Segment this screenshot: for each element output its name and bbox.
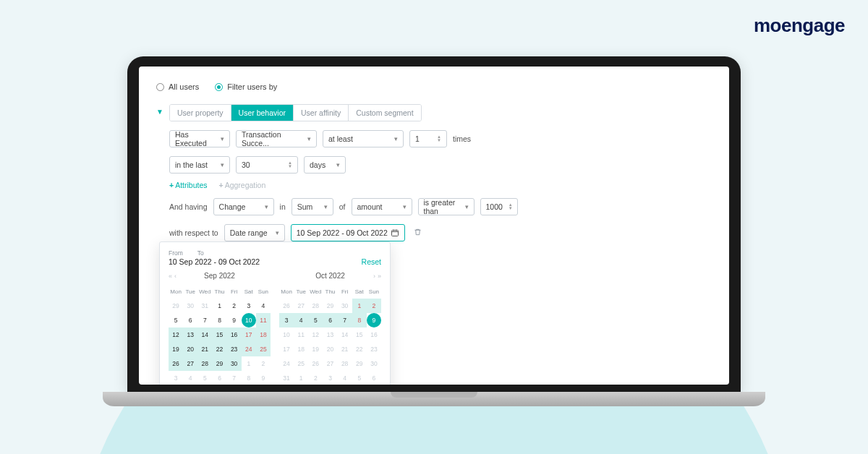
- calendar-day[interactable]: 15: [212, 327, 226, 342]
- calendar-day[interactable]: 28: [308, 299, 323, 313]
- next-year-icon[interactable]: »: [378, 273, 381, 280]
- calendar-day[interactable]: 16: [367, 327, 381, 342]
- calendar-day[interactable]: 29: [352, 356, 367, 371]
- calendar-day[interactable]: 11: [294, 327, 308, 342]
- calendar-day[interactable]: 10: [279, 327, 294, 342]
- calendar-day[interactable]: 26: [308, 356, 323, 371]
- calendar-day[interactable]: 6: [323, 313, 337, 327]
- calendar-day[interactable]: 13: [183, 327, 197, 342]
- calendar-day[interactable]: 6: [212, 371, 226, 385]
- calendar-day[interactable]: 13: [323, 327, 337, 342]
- calendar-day[interactable]: 9: [367, 313, 381, 327]
- calendar-day[interactable]: 4: [183, 371, 197, 385]
- calendar-day[interactable]: 19: [308, 342, 323, 356]
- calendar-day[interactable]: 29: [212, 356, 226, 371]
- tab-user-property[interactable]: User property: [170, 105, 231, 121]
- input-threshold[interactable]: 1000 ▲▼: [480, 198, 518, 215]
- calendar-day[interactable]: 30: [227, 356, 242, 371]
- calendar-day[interactable]: 5: [169, 313, 183, 327]
- calendar-day[interactable]: 7: [197, 313, 212, 327]
- calendar-day[interactable]: 29: [169, 299, 183, 313]
- calendar-day[interactable]: 3: [242, 299, 256, 313]
- calendar-day[interactable]: 19: [169, 342, 183, 356]
- select-timeframe[interactable]: in the last ▾: [169, 156, 230, 174]
- calendar-day[interactable]: 20: [183, 342, 197, 356]
- prev-year-icon[interactable]: «: [169, 273, 172, 280]
- radio-filter-users[interactable]: Filter users by: [215, 82, 277, 91]
- calendar-day[interactable]: 3: [279, 313, 294, 327]
- calendar-day[interactable]: 18: [294, 342, 308, 356]
- select-event[interactable]: Transaction Succe... ▾: [236, 130, 317, 147]
- select-change[interactable]: Change ▾: [213, 198, 274, 215]
- calendar-day[interactable]: 23: [367, 342, 381, 356]
- calendar-day[interactable]: 23: [227, 342, 242, 356]
- calendar-day[interactable]: 3: [323, 371, 337, 385]
- calendar-day[interactable]: 27: [183, 356, 197, 371]
- calendar-day[interactable]: 12: [169, 327, 183, 342]
- calendar-day[interactable]: 31: [197, 299, 212, 313]
- calendar-day[interactable]: 27: [323, 356, 337, 371]
- select-field[interactable]: amount ▾: [352, 198, 412, 215]
- calendar-day[interactable]: 30: [367, 356, 381, 371]
- calendar-day[interactable]: 24: [242, 342, 256, 356]
- calendar-day[interactable]: 14: [197, 327, 212, 342]
- input-count[interactable]: 1 ▲▼: [409, 130, 447, 147]
- calendar-day[interactable]: 29: [323, 299, 337, 313]
- calendar-day[interactable]: 21: [197, 342, 212, 356]
- calendar-day[interactable]: 28: [338, 356, 352, 371]
- prev-month-icon[interactable]: ‹: [174, 273, 176, 280]
- calendar-day[interactable]: 11: [256, 313, 271, 327]
- calendar-day[interactable]: 26: [279, 299, 294, 313]
- calendar-day[interactable]: 2: [256, 356, 271, 371]
- calendar-day[interactable]: 10: [242, 313, 256, 327]
- calendar-day[interactable]: 4: [256, 299, 271, 313]
- calendar-day[interactable]: 25: [256, 342, 271, 356]
- select-unit[interactable]: days ▾: [304, 156, 346, 174]
- calendar-day[interactable]: 17: [242, 327, 256, 342]
- reset-link[interactable]: Reset: [362, 257, 381, 266]
- calendar-day[interactable]: 30: [183, 299, 197, 313]
- input-date-range[interactable]: 10 Sep 2022 - 09 Oct 2022: [291, 224, 405, 241]
- calendar-day[interactable]: 24: [279, 356, 294, 371]
- calendar-day[interactable]: 12: [308, 327, 323, 342]
- select-wrt-mode[interactable]: Date range ▾: [224, 224, 285, 241]
- calendar-day[interactable]: 2: [367, 299, 381, 313]
- calendar-day[interactable]: 16: [227, 327, 242, 342]
- calendar-day[interactable]: 27: [294, 299, 308, 313]
- calendar-day[interactable]: 1: [212, 299, 226, 313]
- calendar-day[interactable]: 6: [367, 371, 381, 385]
- tab-user-affinity[interactable]: User affinity: [294, 105, 349, 121]
- calendar-day[interactable]: 7: [338, 313, 352, 327]
- calendar-day[interactable]: 6: [183, 313, 197, 327]
- calendar-day[interactable]: 9: [227, 313, 242, 327]
- calendar-day[interactable]: 22: [352, 342, 367, 356]
- calendar-day[interactable]: 5: [308, 313, 323, 327]
- select-operator[interactable]: is greater than ▾: [418, 198, 475, 215]
- calendar-day[interactable]: 31: [279, 371, 294, 385]
- tab-user-behavior[interactable]: User behavior: [231, 105, 294, 121]
- calendar-day[interactable]: 21: [338, 342, 352, 356]
- calendar-day[interactable]: 8: [352, 313, 367, 327]
- next-month-icon[interactable]: ›: [373, 273, 375, 280]
- select-execution[interactable]: Has Executed ▾: [169, 130, 230, 147]
- calendar-day[interactable]: 20: [323, 342, 337, 356]
- input-duration[interactable]: 30 ▲▼: [236, 156, 298, 174]
- delete-icon[interactable]: [414, 228, 422, 239]
- add-attributes-link[interactable]: +Attributes: [169, 181, 208, 189]
- calendar-day[interactable]: 8: [212, 313, 226, 327]
- calendar-day[interactable]: 7: [227, 371, 242, 385]
- tab-custom-segment[interactable]: Custom segment: [349, 105, 420, 121]
- calendar-day[interactable]: 22: [212, 342, 226, 356]
- calendar-day[interactable]: 5: [197, 371, 212, 385]
- add-aggregation-link[interactable]: +Aggregation: [219, 181, 266, 189]
- radio-all-users[interactable]: All users: [156, 82, 199, 91]
- calendar-day[interactable]: 14: [338, 327, 352, 342]
- calendar-day[interactable]: 1: [242, 356, 256, 371]
- calendar-day[interactable]: 1: [294, 371, 308, 385]
- calendar-day[interactable]: 1: [352, 299, 367, 313]
- calendar-day[interactable]: 2: [227, 299, 242, 313]
- calendar-day[interactable]: 17: [279, 342, 294, 356]
- calendar-day[interactable]: 25: [294, 356, 308, 371]
- calendar-day[interactable]: 5: [352, 371, 367, 385]
- calendar-day[interactable]: 15: [352, 327, 367, 342]
